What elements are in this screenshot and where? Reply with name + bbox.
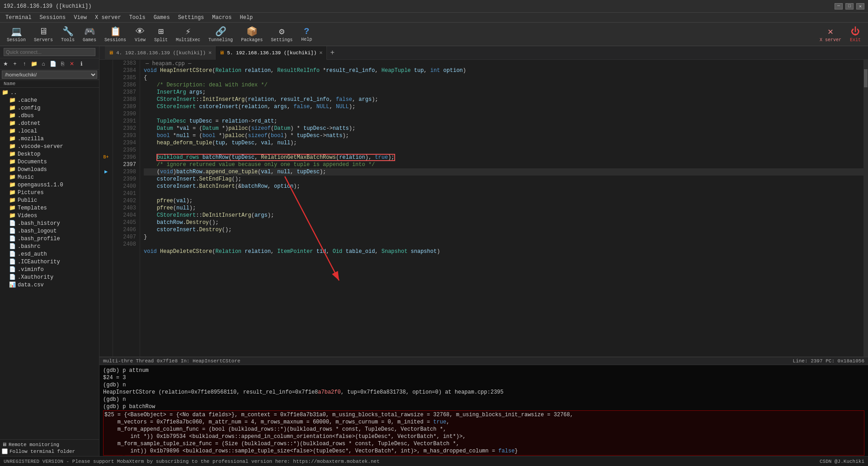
toolbar-games[interactable]: 🎮 Games [80,24,99,44]
tree-item-bash-logout[interactable]: 📄 .bash_logout [7,227,99,235]
sidebar-toolbar: ★ + ↑ 📁 ⌂ 📄 ⎘ ✕ ℹ [0,58,99,70]
tree-item-bashrc[interactable]: 📄 .bashrc [7,243,99,250]
sidebar-info-btn[interactable]: ℹ [77,59,86,68]
term-line-final: (gdb) ▋ [103,456,864,456]
tree-item-bash-profile[interactable]: 📄 .bash_profile [7,235,99,243]
menu-macros[interactable]: Macros [208,14,235,22]
tab-add-button[interactable]: + [327,49,339,57]
follow-terminal-item[interactable]: Follow terminal folder [2,448,97,454]
sidebar-add-btn[interactable]: + [10,59,19,68]
file-path-select[interactable]: /home/kuchiki/ [2,71,97,79]
tab-5[interactable]: 🖥 5. 192.168.136.139 ([kuchiki]) ✕ [216,46,326,60]
sidebar-star-btn[interactable]: ★ [1,59,10,68]
toolbar-view-label: View [135,38,146,43]
code-line-2407 [144,241,863,248]
close-button[interactable]: ✕ [856,3,864,10]
follow-terminal-checkbox[interactable] [2,448,8,454]
menu-view[interactable]: View [70,14,90,22]
terminal-content[interactable]: (gdb) p attnum $24 = 3 (gdb) n HeapInser… [99,365,868,456]
tree-item-templates[interactable]: 📁 Templates [7,204,99,212]
tab-4[interactable]: 🖥 4. 192.168.136.139 ([kuchiki]) ✕ [105,46,216,60]
maximize-button[interactable]: □ [845,3,854,10]
tree-item-cache[interactable]: 📁 .cache [7,96,99,104]
tree-item-xauthority[interactable]: 📄 .Xauthority [7,273,99,281]
toolbar-session[interactable]: 💻 Session [4,24,29,44]
sidebar-up-btn[interactable]: ↑ [20,59,29,68]
toolbar-help[interactable]: ? Help [297,25,316,43]
tree-item-dotnet[interactable]: 📁 .dotnet [7,119,99,127]
menu-xserver[interactable]: X server [91,14,125,22]
folder-icon: 📁 [9,212,16,219]
tree-item-mozilla[interactable]: 📁 .mozilla [7,135,99,143]
tree-item-data-csv[interactable]: 📊 data.csv [7,281,99,289]
tree-item-downloads[interactable]: 📁 Downloads [7,166,99,173]
tree-item-parent[interactable]: 📁 .. [0,89,99,96]
tree-item-viminfo[interactable]: 📄 .viminfo [7,266,99,273]
tree-item-bash-history[interactable]: 📄 .bash_history [7,219,99,227]
remote-monitoring-item[interactable]: 🖥 Remote monitoring [2,442,97,447]
tab-5-close[interactable]: ✕ [319,49,322,56]
code-editor[interactable]: — heapam.cpp — void HeapInsertCStore(Rel… [140,60,863,357]
tree-item-ice[interactable]: 📄 .ICEauthority [7,258,99,266]
tab-4-close[interactable]: ✕ [208,49,212,56]
code-line-2400 [144,190,863,197]
tree-item-config[interactable]: 📁 .config [7,104,99,112]
toolbar-view[interactable]: 👁 View [131,25,149,44]
sidebar-copy-btn[interactable]: ⎘ [58,59,67,68]
folder-icon: 📁 [9,166,16,173]
toolbar-games-label: Games [83,38,96,43]
toolbar-servers[interactable]: 🖥 Servers [31,25,56,44]
sidebar-home-btn[interactable]: ⌂ [39,59,48,68]
menu-settings[interactable]: Settings [175,14,208,22]
menu-sessions[interactable]: Sessions [36,14,70,22]
tree-item-music[interactable]: 📁 Music [7,173,99,181]
toolbar-multiexec[interactable]: ⚡ MultiExec [173,24,203,44]
tree-item-documents[interactable]: 📁 Documents [7,158,99,166]
tree-item-videos[interactable]: 📁 Videos [7,212,99,219]
toolbar-exit-label: Exit [850,38,861,43]
minimize-button[interactable]: ─ [835,3,843,10]
menu-help[interactable]: Help [236,14,257,22]
menu-terminal[interactable]: Terminal [2,14,35,22]
menu-games[interactable]: Games [150,14,174,22]
tree-item-opengauss[interactable]: 📁 opengauss1.1.0 [7,181,99,189]
quick-connect-input[interactable] [4,48,95,56]
toolbar-xserver-label: X server [820,38,841,43]
status-right: CSDN @J.Kuchiki [820,459,864,464]
sidebar-folder-btn[interactable]: 📁 [29,59,38,68]
tree-item-vscode[interactable]: 📁 .vscode-server [7,143,99,150]
tree-item-dbus[interactable]: 📁 .dbus [7,112,99,119]
code-line-2399: cstoreInsert.BatchInsert(&batchRow, opti… [144,183,863,190]
tree-item-public[interactable]: 📁 Public [7,196,99,204]
folder-icon: 📁 [9,128,16,134]
scrollbar-thumb[interactable] [864,69,868,87]
toolbar-packages[interactable]: 📦 Packages [238,24,266,44]
ln-2394: 2394 [113,139,140,147]
title-bar: 192.168.136.139 ([kuchiki]) ─ □ ✕ [0,0,868,13]
editor-top: B+ ▶ 2383 2384 [99,60,868,357]
toolbar-tools[interactable]: 🔧 Tools [58,24,78,44]
tree-item-desktop[interactable]: 📁 Desktop [7,150,99,158]
sidebar-file-btn[interactable]: 📄 [48,59,57,68]
ln-2398: 2398 [113,168,140,176]
tree-item-esd-auth[interactable]: 📄 .esd_auth [7,250,99,258]
editor-markers: B+ ▶ [99,60,113,357]
toolbar-exit[interactable]: ⏻ Exit [846,25,864,44]
tree-item-local[interactable]: 📁 .local [7,127,99,135]
folder-icon: 📁 [9,158,16,165]
toolbar-settings[interactable]: ⚙ Settings [268,24,296,44]
toolbar-sessions[interactable]: 📋 Sessions [101,24,129,44]
toolbar-xserver[interactable]: ✕ X server [816,24,844,44]
menu-tools[interactable]: Tools [126,14,149,22]
toolbar-tunneling[interactable]: 🔗 Tunneling [205,24,236,44]
menu-bar: Terminal Sessions View X server Tools Ga… [0,13,868,23]
gdb-output-box: $25 = {<BaseObject> = {<No data fields>}… [103,410,864,456]
status-text: UNREGISTERED VERSION - Please support Mo… [4,459,380,464]
tree-item-pictures[interactable]: 📁 Pictures [7,189,99,196]
toolbar-split[interactable]: ⊞ Split [151,24,171,44]
sidebar-delete-btn[interactable]: ✕ [67,59,76,68]
tab-5-icon: 🖥 [219,50,224,56]
ln-2400: 2400 [113,183,140,190]
vertical-scrollbar[interactable] [863,60,868,357]
servers-icon: 🖥 [39,26,48,37]
